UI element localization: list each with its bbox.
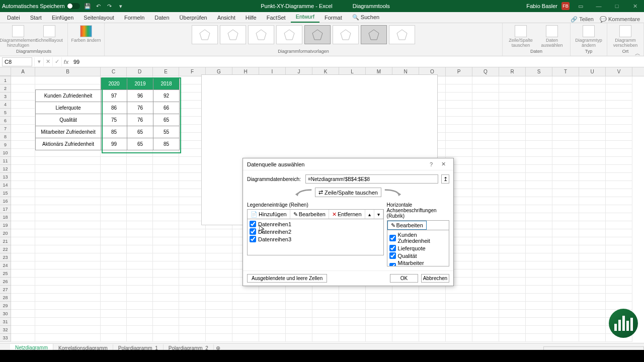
add-series-button[interactable]: 📄Hinzufügen — [248, 210, 290, 219]
col-header[interactable]: E — [153, 67, 179, 76]
row-header[interactable]: 24 — [0, 261, 11, 269]
data-cell[interactable]: 76 — [127, 102, 153, 114]
col-header[interactable]: U — [579, 67, 606, 76]
row-header[interactable]: 3 — [0, 93, 11, 101]
row-header[interactable]: 25 — [0, 269, 11, 278]
series-checkbox[interactable] — [250, 221, 256, 227]
chart-range-input[interactable] — [305, 174, 438, 184]
data-cell[interactable]: 76 — [127, 114, 153, 126]
row-header[interactable]: 26 — [0, 278, 11, 286]
ribbon-tab-seitenlayout[interactable]: Seitenlayout — [78, 13, 119, 23]
series-item[interactable]: Datenreihen1 — [249, 220, 382, 228]
hidden-cells-button[interactable]: Ausgeblendete und leere Zellen — [247, 274, 327, 283]
ribbon-tab-ansicht[interactable]: Ansicht — [212, 13, 240, 23]
move-down-button[interactable]: ▾ — [374, 210, 383, 219]
formula-input[interactable]: 99 — [70, 59, 644, 65]
row-header[interactable]: 31 — [0, 318, 11, 326]
row-header[interactable]: 20 — [0, 229, 11, 237]
ribbon-tab-start[interactable]: Start — [25, 13, 47, 23]
ribbon-tab-factset[interactable]: FactSet — [262, 13, 291, 23]
row-header[interactable]: 1 — [0, 76, 11, 84]
select-all-corner[interactable] — [0, 67, 11, 76]
fx-icon[interactable]: fx — [61, 57, 70, 66]
data-cell[interactable]: 75 — [101, 114, 127, 126]
row-header[interactable]: 15 — [0, 189, 11, 197]
autosave-toggle[interactable]: Automatisches Speichern — [2, 3, 80, 9]
row-header[interactable]: 23 — [0, 253, 11, 261]
row-header[interactable]: 22 — [0, 245, 11, 253]
namebox-dropdown-icon[interactable]: ▾ — [34, 57, 43, 66]
remove-series-button[interactable]: ✕Entfernen — [329, 210, 365, 219]
row-header[interactable]: 17 — [0, 205, 11, 213]
ok-button[interactable]: OK — [390, 274, 418, 283]
row-header[interactable]: 13 — [0, 173, 11, 181]
series-list[interactable]: Datenreihen1Datenreihen2Datenreihen3 — [247, 219, 384, 255]
col-header[interactable]: T — [552, 67, 579, 76]
row-header[interactable]: 11 — [0, 157, 11, 165]
ribbon-tab-entwurf[interactable]: Entwurf — [291, 12, 319, 23]
col-header[interactable]: B — [35, 67, 101, 76]
data-cell[interactable]: 65 — [153, 114, 180, 126]
style-1[interactable] — [192, 25, 218, 44]
style-4[interactable] — [276, 25, 302, 44]
row-header[interactable]: 8 — [0, 133, 11, 141]
row-header[interactable]: 19 — [0, 221, 11, 229]
swap-rowcol-dialog-button[interactable]: ⇄Zeile/Spalte tauschen — [315, 188, 381, 197]
name-box[interactable]: C8 — [2, 57, 32, 66]
style-5[interactable] — [304, 25, 331, 44]
category-checkbox[interactable] — [389, 263, 396, 267]
col-header[interactable]: Q — [472, 67, 499, 76]
cancel-formula-icon[interactable]: ✕ — [43, 57, 52, 66]
row-header[interactable]: 30 — [0, 310, 11, 318]
category-checkbox[interactable] — [389, 252, 396, 259]
select-data-button[interactable]: Daten auswählen — [537, 25, 567, 48]
row-header[interactable]: 32 — [0, 326, 11, 334]
data-cell[interactable]: 86 — [101, 102, 127, 114]
row-header[interactable]: 10 — [0, 149, 11, 157]
share-button[interactable]: 🔗 Teilen — [571, 16, 594, 23]
series-item[interactable]: Datenreihen2 — [249, 228, 382, 235]
ribbon-tab-einfügen[interactable]: Einfügen — [47, 13, 78, 23]
row-header[interactable]: 9 — [0, 141, 11, 149]
edit-series-button[interactable]: ✎Bearbeiten — [290, 210, 329, 219]
category-checkbox[interactable] — [389, 245, 396, 251]
data-cell[interactable]: 92 — [153, 90, 180, 102]
cancel-button[interactable]: Abbrechen — [421, 274, 449, 283]
col-header[interactable]: V — [606, 67, 632, 76]
row-header[interactable]: 18 — [0, 213, 11, 221]
row-header[interactable]: 6 — [0, 117, 11, 125]
style-3[interactable] — [248, 25, 274, 44]
series-item[interactable]: Datenreihen3 — [249, 235, 382, 243]
data-cell[interactable]: 97 — [101, 90, 127, 102]
col-header[interactable]: P — [446, 67, 472, 76]
collapse-range-icon[interactable]: ↥ — [441, 174, 449, 184]
dialog-close-icon[interactable]: ✕ — [437, 159, 449, 169]
search-box[interactable]: 🔍 Suchen — [347, 12, 384, 23]
series-checkbox[interactable] — [250, 236, 256, 242]
undo-icon[interactable]: ↶ — [95, 3, 102, 10]
edit-axis-button[interactable]: ✎Bearbeiten — [387, 221, 427, 230]
chart-styles-gallery[interactable] — [192, 25, 415, 44]
add-chart-element-button[interactable]: Diagrammelement hinzufügen — [3, 25, 33, 48]
style-7[interactable] — [361, 25, 387, 44]
close-icon[interactable]: ✕ — [628, 2, 642, 10]
worksheet-grid[interactable]: ABCDEFGHIJKLMNOPQRSTUV 12345678910111213… — [0, 67, 644, 343]
style-2[interactable] — [220, 25, 246, 44]
col-header[interactable]: C — [101, 67, 127, 76]
row-header[interactable]: 28 — [0, 294, 11, 302]
row-header[interactable]: 7 — [0, 125, 11, 133]
row-header[interactable]: 5 — [0, 109, 11, 117]
user-name[interactable]: Fabio Basler — [526, 3, 557, 9]
data-cell[interactable]: 66 — [153, 102, 180, 114]
data-cell[interactable]: 65 — [127, 126, 153, 138]
row-header[interactable]: 2 — [0, 84, 11, 93]
series-checkbox[interactable] — [250, 228, 256, 235]
category-item[interactable]: Kunden Zufriedenheit — [388, 231, 448, 244]
category-list[interactable]: Kunden ZufriedenheitLieferquoteQualitätM… — [387, 230, 449, 266]
swap-rowcol-button[interactable]: Zeile/Spalte tauschen — [506, 25, 536, 48]
ribbon-tab-format[interactable]: Format — [319, 13, 347, 23]
category-item[interactable]: Lieferquote — [388, 244, 448, 252]
ribbon-tab-formeln[interactable]: Formeln — [119, 13, 149, 23]
maximize-icon[interactable]: □ — [610, 2, 624, 10]
row-header[interactable]: 16 — [0, 197, 11, 205]
